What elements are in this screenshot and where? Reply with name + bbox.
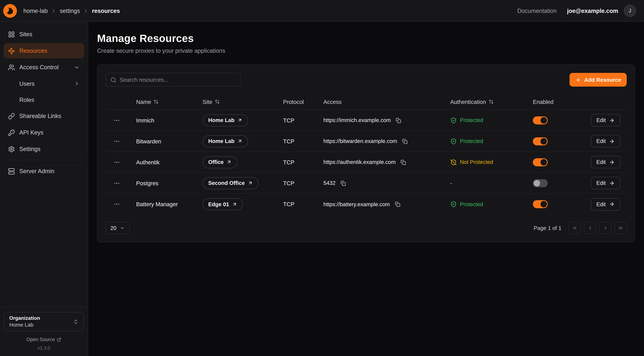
edit-button[interactable]: Edit <box>591 198 620 210</box>
row-menu-button[interactable] <box>112 199 122 209</box>
search-input[interactable] <box>120 76 236 83</box>
resource-name: Postgres <box>136 180 202 186</box>
add-resource-button[interactable]: Add Resource <box>570 73 627 86</box>
row-menu-cell <box>112 136 136 146</box>
add-resource-label: Add Resource <box>584 77 621 83</box>
arrow-right-icon <box>609 159 614 165</box>
sidebar-item-resources[interactable]: Resources <box>4 43 84 58</box>
avatar-initial: J <box>628 8 631 14</box>
site-link-button[interactable]: Second Office <box>202 177 258 189</box>
resource-access: 5432 <box>324 180 336 186</box>
chevrons-right-icon <box>618 225 624 231</box>
enabled-cell <box>533 200 587 208</box>
previous-page-button[interactable] <box>584 222 596 234</box>
edit-button[interactable]: Edit <box>591 114 620 126</box>
edit-button[interactable]: Edit <box>591 177 620 189</box>
resource-protocol: TCP <box>283 159 324 166</box>
breadcrumb: home-lab settings resources <box>23 8 120 14</box>
arrow-up-right-icon <box>237 138 242 144</box>
site-link-button[interactable]: Edge 01 <box>202 198 243 210</box>
resource-name: Battery Manager <box>136 201 202 208</box>
edit-label: Edit <box>596 180 606 186</box>
breadcrumb-settings[interactable]: settings <box>60 8 80 14</box>
app-logo-icon[interactable] <box>3 4 17 18</box>
column-header-site[interactable]: Site <box>202 98 283 105</box>
access-cell: https://bitwarden.example.com <box>324 138 450 145</box>
copy-button[interactable] <box>401 138 408 145</box>
sidebar-item-label: Access Control <box>19 64 59 70</box>
sidebar-item-access-control[interactable]: Access Control <box>4 60 84 75</box>
sort-icon <box>154 99 159 104</box>
ellipsis-icon <box>114 159 120 166</box>
shield-off-icon <box>450 159 457 166</box>
documentation-link[interactable]: Documentation <box>518 8 557 14</box>
ellipsis-icon <box>114 180 120 186</box>
column-header-authentication[interactable]: Authentication <box>450 98 533 105</box>
edit-cell: Edit <box>587 114 620 126</box>
enabled-cell <box>533 179 587 187</box>
sidebar-item-sites[interactable]: Sites <box>4 26 84 42</box>
site-cell: Office <box>202 156 283 168</box>
enabled-toggle[interactable] <box>533 137 548 145</box>
edit-cell: Edit <box>587 135 620 148</box>
sidebar-item-settings[interactable]: Settings <box>4 141 84 157</box>
enabled-toggle[interactable] <box>533 158 548 166</box>
site-link-button[interactable]: Office <box>202 156 237 168</box>
edit-button[interactable]: Edit <box>591 135 620 148</box>
sidebar-item-server-admin[interactable]: Server Admin <box>4 164 84 179</box>
column-header-enabled: Enabled <box>533 98 587 105</box>
link-icon <box>8 113 15 120</box>
organization-selector[interactable]: Organization Home Lab <box>4 312 84 331</box>
arrow-up-right-icon <box>226 160 232 165</box>
enabled-toggle[interactable] <box>533 200 548 208</box>
topbar: home-lab settings resources Documentatio… <box>0 0 644 22</box>
sidebar-item-users[interactable]: Users <box>15 76 84 91</box>
edit-button[interactable]: Edit <box>591 156 620 168</box>
ellipsis-icon <box>114 138 120 144</box>
row-menu-button[interactable] <box>112 116 122 125</box>
site-link-button[interactable]: Home Lab <box>202 114 248 126</box>
main-content: Manage Resources Create secure proxies t… <box>88 22 644 356</box>
sidebar-item-api-keys[interactable]: API Keys <box>4 125 84 140</box>
sidebar-item-roles[interactable]: Roles <box>15 92 84 107</box>
page-size-select[interactable]: 20 <box>106 222 130 234</box>
copy-button[interactable] <box>400 158 407 166</box>
copy-button[interactable] <box>340 180 347 187</box>
chevron-down-icon <box>74 64 80 70</box>
ellipsis-icon <box>114 201 120 208</box>
copy-button[interactable] <box>394 200 401 208</box>
last-page-button[interactable] <box>614 222 627 234</box>
column-label: Access <box>324 98 342 105</box>
row-menu-button[interactable] <box>112 157 122 167</box>
chevron-right-icon <box>51 8 56 14</box>
page-title: Manage Resources <box>97 32 635 45</box>
arrow-up-right-icon <box>248 180 253 186</box>
access-cell: 5432 <box>324 180 450 187</box>
enabled-toggle[interactable] <box>533 179 548 187</box>
next-page-button[interactable] <box>599 222 612 234</box>
open-source-link[interactable]: Open Source <box>4 337 84 342</box>
user-email[interactable]: joe@example.com <box>567 8 618 14</box>
shield-check-icon <box>450 201 457 208</box>
site-link-button[interactable]: Home Lab <box>202 135 248 147</box>
column-label: Name <box>136 98 151 105</box>
access-cell: https://authentik.example.com <box>324 158 450 166</box>
column-header-name[interactable]: Name <box>136 98 202 105</box>
sidebar-item-label: Settings <box>19 146 40 152</box>
sidebar: Sites Resources Access Control <box>0 22 88 356</box>
row-menu-button[interactable] <box>112 178 122 188</box>
site-name: Edge 01 <box>208 201 229 207</box>
copy-button[interactable] <box>395 117 402 124</box>
chevrons-up-down-icon <box>73 319 78 324</box>
row-menu-button[interactable] <box>112 136 122 146</box>
sidebar-item-shareable-links[interactable]: Shareable Links <box>4 108 84 124</box>
column-header-protocol: Protocol <box>283 98 324 105</box>
breadcrumb-home-lab[interactable]: home-lab <box>23 8 48 14</box>
enabled-toggle[interactable] <box>533 116 548 124</box>
first-page-button[interactable] <box>569 222 581 234</box>
auth-status: Protected <box>460 138 483 144</box>
avatar[interactable]: J <box>624 5 636 17</box>
resource-rows: Immich Home Lab TCP https://immich.examp… <box>106 110 627 215</box>
table-footer: 20 Page 1 of 1 <box>106 222 627 234</box>
auth-cell: Not Protected <box>450 159 533 166</box>
